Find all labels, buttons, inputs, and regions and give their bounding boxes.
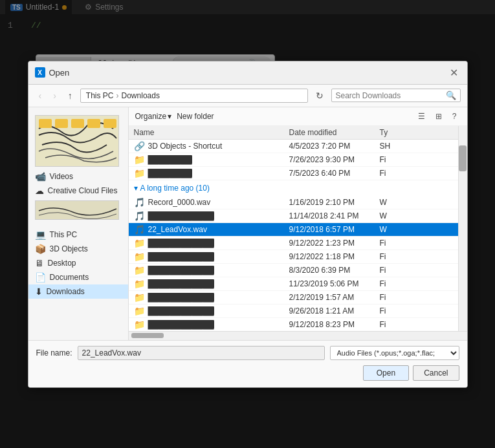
sidebar-item-this-pc[interactable]: 💻 This PC <box>28 228 128 242</box>
file-row[interactable]: 📁 ████████████ 2/12/2019 1:57 AM Fi <box>129 291 458 304</box>
breadcrumb-separator: › <box>116 91 119 100</box>
file-type: W <box>375 225 413 234</box>
file-row[interactable]: 📁 ████████████ 8/3/2020 6:39 PM Fi <box>129 264 458 277</box>
file-type: Fi <box>375 320 413 329</box>
refresh-button[interactable]: ↻ <box>312 89 327 103</box>
desktop-icon: 🖥 <box>35 258 44 268</box>
svg-rect-1 <box>39 119 52 128</box>
nav-forward-button[interactable]: › <box>49 89 60 103</box>
file-name: ████████████ <box>148 320 214 329</box>
breadcrumb-this-pc: This PC <box>86 91 114 100</box>
nav-back-button[interactable]: ‹ <box>35 89 46 103</box>
filetype-select[interactable]: Audio Files (*.opus;*.oga;*.flac; <box>330 346 459 360</box>
search-input[interactable] <box>336 91 443 100</box>
file-type: SH <box>375 142 413 151</box>
svg-rect-2 <box>55 119 68 128</box>
group-label: A long time ago (10) <box>140 184 210 193</box>
file-date: 1/16/2019 2:10 PM <box>284 198 375 207</box>
organize-arrow: ▾ <box>168 112 171 121</box>
scrollbar[interactable] <box>458 126 467 331</box>
file-row[interactable]: 📁 ████████████ 11/23/2019 5:06 PM Fi <box>129 277 458 291</box>
breadcrumb-bar[interactable]: This PC › Downloads <box>80 89 308 103</box>
file-type: Fi <box>375 293 413 302</box>
new-folder-button[interactable]: New folder <box>177 112 214 121</box>
file-name: ████████████ <box>148 293 214 302</box>
column-name[interactable]: Name <box>129 128 284 137</box>
sidebar-item-creative-cloud[interactable]: ☁ Creative Cloud Files <box>28 184 128 198</box>
sidebar-item-3d-objects[interactable]: 📦 3D Objects <box>28 242 128 256</box>
file-type: W <box>375 211 413 220</box>
file-date: 9/12/2018 6:57 PM <box>284 225 375 234</box>
breadcrumb-downloads: Downloads <box>122 91 160 100</box>
file-name: ████████████ <box>148 279 214 288</box>
file-date: 9/12/2022 1:18 PM <box>284 252 375 261</box>
help-button[interactable]: ? <box>448 110 461 123</box>
view-grid-button[interactable]: ⊞ <box>432 110 446 123</box>
file-name: ████████ <box>148 155 192 164</box>
sidebar-this-pc-label: This PC <box>50 230 78 239</box>
sidebar-item-downloads[interactable]: ⬇ Downloads <box>28 284 128 299</box>
file-row[interactable]: 📁 ████████████ 9/12/2022 1:18 PM Fi <box>129 250 458 264</box>
file-date: 2/12/2019 1:57 AM <box>284 293 375 302</box>
file-name: ████████████ <box>148 306 214 315</box>
search-box: 🔍 <box>331 89 461 102</box>
file-row[interactable]: 🎵 Record_0000.wav 1/16/2019 2:10 PM W <box>129 196 458 209</box>
file-list: Name Date modified Ty 🔗 3D Objects - Sho… <box>129 126 458 331</box>
file-icon: 📁 <box>134 168 145 178</box>
file-name: ████████████ <box>148 239 214 248</box>
file-row[interactable]: 📁 ████████████ 9/26/2018 1:21 AM Fi <box>129 304 458 318</box>
file-row[interactable]: 📁 ████████████ 9/12/2018 8:23 PM Fi <box>129 318 458 331</box>
svg-rect-4 <box>87 119 100 128</box>
downloads-icon: ⬇ <box>35 286 43 297</box>
modal-overlay: X Open ✕ ‹ › ↑ This PC › Downloads ↻ 🔍 <box>0 0 495 448</box>
file-row[interactable]: 🔗 3D Objects - Shortcut 4/5/2023 7:20 PM… <box>129 140 458 153</box>
dialog-body: 📹 Videos ☁ Creative Cloud Files <box>28 107 467 340</box>
column-date[interactable]: Date modified <box>284 128 375 137</box>
file-row[interactable]: 📁 ████████ 7/26/2023 9:30 PM Fi <box>129 153 458 167</box>
dialog-main: Organize ▾ New folder ☰ ⊞ ? <box>129 107 467 340</box>
file-name: ████████████ <box>148 211 214 220</box>
file-type: W <box>375 198 413 207</box>
file-list-header: Name Date modified Ty <box>129 126 458 140</box>
file-icon: 📁 <box>134 279 145 289</box>
svg-rect-5 <box>104 119 116 128</box>
dialog-nav: ‹ › ↑ This PC › Downloads ↻ 🔍 <box>28 85 467 107</box>
dialog-close-button[interactable]: ✕ <box>447 67 461 79</box>
column-type[interactable]: Ty <box>375 128 413 137</box>
file-type: Fi <box>375 266 413 275</box>
file-icon: 📁 <box>134 265 145 275</box>
file-row[interactable]: 🎵 ████████████ 11/14/2018 2:41 PM W <box>129 209 458 223</box>
file-date: 11/14/2018 2:41 PM <box>284 211 375 220</box>
dialog-title: X Open <box>35 67 70 78</box>
toolbar-left: Organize ▾ New folder <box>135 112 214 121</box>
open-button[interactable]: Open <box>363 365 409 381</box>
3d-objects-icon: 📦 <box>35 244 46 254</box>
file-name-label: File name: <box>36 348 72 357</box>
file-row[interactable]: 📁 ████████████ 9/12/2022 1:23 PM Fi <box>129 237 458 250</box>
sidebar-item-documents[interactable]: 📄 Documents <box>28 270 128 284</box>
group-header[interactable]: ▾ A long time ago (10) <box>129 180 458 196</box>
view-list-button[interactable]: ☰ <box>414 110 429 123</box>
file-date: 7/26/2023 9:30 PM <box>284 155 375 164</box>
file-icon: 📁 <box>134 306 145 316</box>
file-icon: 🔗 <box>134 141 145 151</box>
footer-buttons: Open Cancel <box>28 365 467 387</box>
sidebar-desktop-label: Desktop <box>48 259 76 268</box>
organize-button[interactable]: Organize ▾ <box>135 112 172 121</box>
videos-icon: 📹 <box>35 171 46 182</box>
file-icon: 📁 <box>134 319 145 330</box>
horizontal-scrollbar[interactable] <box>129 331 467 340</box>
sidebar-documents-label: Documents <box>50 273 89 282</box>
sidebar-item-desktop[interactable]: 🖥 Desktop <box>28 256 128 270</box>
cancel-button[interactable]: Cancel <box>413 365 459 381</box>
file-dialog: X Open ✕ ‹ › ↑ This PC › Downloads ↻ 🔍 <box>28 61 468 388</box>
file-row[interactable]: 📁 ████████ 7/5/2023 6:40 PM Fi <box>129 167 458 180</box>
file-type: Fi <box>375 239 413 248</box>
file-name: ████████████ <box>148 252 214 261</box>
vscode-icon: X <box>35 67 45 78</box>
filename-input[interactable]: 22_LeadVox.wav <box>78 346 325 360</box>
selected-file-row[interactable]: 🎵 22_LeadVox.wav 9/12/2018 6:57 PM W <box>129 223 458 237</box>
nav-up-button[interactable]: ↑ <box>64 89 76 103</box>
file-name: ████████ <box>148 169 192 178</box>
sidebar-item-videos[interactable]: 📹 Videos <box>28 169 128 184</box>
